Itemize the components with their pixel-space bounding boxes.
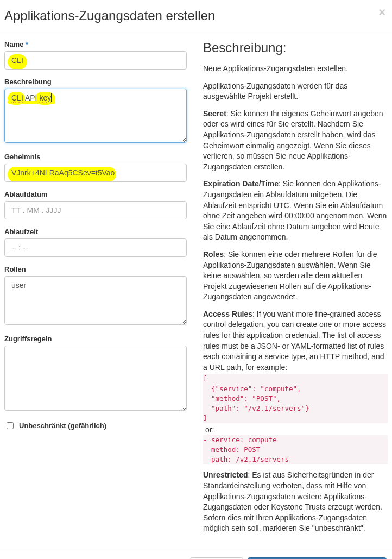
unrestricted-group: Unbeschränkt (gefährlich) [4,420,187,431]
expiration-time-input[interactable] [4,238,187,257]
secret-label: Geheimnis [4,153,187,161]
secret-input[interactable] [4,164,187,182]
help-code-json: [ {"service": "compute", "method": "POST… [203,374,388,423]
expiration-time-group: Ablaufzeit [4,228,187,257]
modal-footer: Abbrechen Applikations-Zugangsdaten erst… [0,549,392,559]
description-label: Beschreibung [4,78,187,86]
access-rules-input[interactable] [4,346,187,411]
help-p7: Unrestricted: Es ist aus Sicherheitsgrün… [203,470,388,534]
help-p4: Expiration Date/Time: Sie können den App… [203,179,388,243]
access-rules-group: Zugriffsregeln [4,335,187,412]
modal-title: Applikations-Zugangsdaten erstellen [4,8,384,23]
name-input[interactable] [4,51,187,70]
help-code-yaml: - service: compute method: POST path: /v… [203,435,388,464]
help-p3: Secret: Sie können Ihr eigenes Geheimwor… [203,109,388,173]
roles-input[interactable] [4,276,187,325]
help-p2: Applikations-Zugangsdaten werden für das… [203,81,388,102]
expiration-date-group: Ablaufdatum [4,190,187,219]
unrestricted-label: Unbeschränkt (gefährlich) [19,422,106,430]
close-button[interactable]: × [378,7,385,18]
help-column: Beschreibung: Neue Applikations-Zugangsd… [203,40,388,541]
access-rules-label: Zugriffsregeln [4,335,187,343]
help-or: or: [205,425,388,434]
expiration-date-input[interactable] [4,201,187,219]
name-label: Name * [4,40,187,48]
expiration-time-label: Ablaufzeit [4,228,187,236]
roles-group: Rollen [4,265,187,326]
modal-header: Applikations-Zugangsdaten erstellen × [0,0,392,32]
secret-group: Geheimnis [4,153,187,182]
roles-label: Rollen [4,265,187,273]
modal-dialog: Applikations-Zugangsdaten erstellen × Na… [0,0,392,559]
help-p1: Neue Applikations-Zugangsdaten erstellen… [203,64,388,74]
description-group: Beschreibung CLI API key [4,78,187,145]
required-star-icon: * [26,40,28,48]
form-column: Name * Beschreibung CLI API key Geheimni… [4,40,187,541]
help-p5: Roles: Sie können eine oder mehrere Roll… [203,249,388,303]
expiration-date-label: Ablaufdatum [4,190,187,198]
description-input[interactable]: CLI API key [4,89,187,143]
help-heading: Beschreibung: [203,40,388,55]
unrestricted-checkbox[interactable] [7,422,14,429]
name-group: Name * [4,40,187,70]
help-p6: Access Rules: If you want more fine-grai… [203,309,388,373]
modal-body: Name * Beschreibung CLI API key Geheimni… [0,32,392,549]
